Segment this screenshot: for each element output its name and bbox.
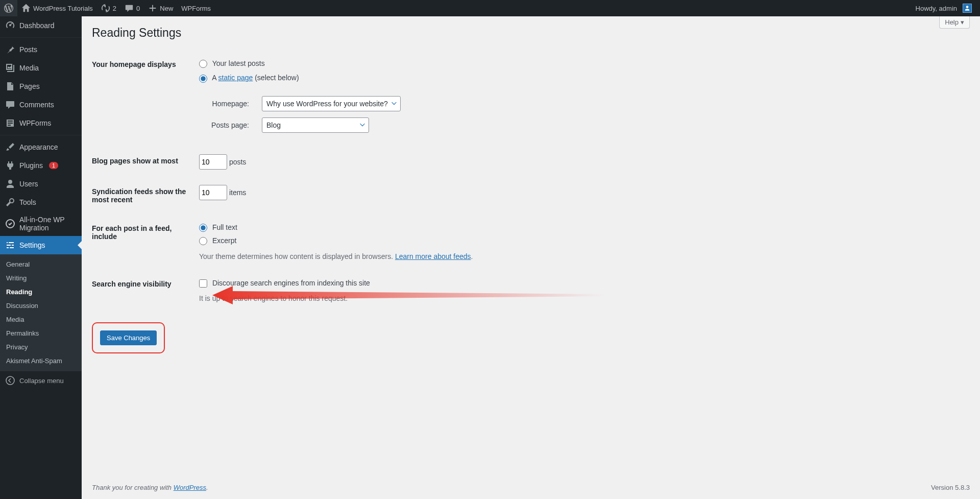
submenu-akismet[interactable]: Akismet Anti-Spam [0,354,82,368]
new-label: New [160,5,173,12]
syndication-input[interactable] [199,185,227,200]
nav-label: Dashboard [19,21,55,30]
opt-latest-label: Your latest posts [212,59,265,67]
wpforms-label: WPForms [181,5,211,12]
nav-pages[interactable]: Pages [0,77,82,96]
nav-tools[interactable]: Tools [0,193,82,211]
static-page-link[interactable]: static page [218,74,253,82]
page-icon [5,81,15,91]
help-label: Help [945,18,959,26]
collapse-icon [5,375,15,386]
nav-posts[interactable]: Posts [0,40,82,59]
wordpress-icon [4,4,13,13]
wrench-icon [5,197,15,207]
plus-icon [148,4,157,13]
radio-feed-full[interactable] [199,224,207,232]
wpforms-link[interactable]: WPForms [177,0,215,16]
postspage-select[interactable]: Blog [262,117,369,133]
homepage-select-label: Homepage: [208,98,254,109]
submenu-writing[interactable]: Writing [0,271,82,285]
updates-link[interactable]: 2 [97,0,120,16]
radio-static-page[interactable] [199,75,207,83]
blogpages-input[interactable] [199,154,227,170]
nav-migration[interactable]: All-in-One WP Migration [0,211,82,236]
nav-label: Pages [19,82,40,90]
search-checkbox[interactable] [199,279,207,288]
nav-media[interactable]: Media [0,59,82,77]
nav-label: Users [19,180,38,188]
nav-users[interactable]: Users [0,175,82,193]
nav-dashboard[interactable]: Dashboard [0,16,82,35]
submenu-reading[interactable]: Reading [0,285,82,299]
submenu-media[interactable]: Media [0,313,82,326]
page-title: Reading Settings [92,21,970,50]
feed-excerpt-option[interactable]: Excerpt [199,236,236,245]
wp-logo[interactable] [0,0,17,16]
radio-feed-excerpt[interactable] [199,237,207,245]
comment-icon [125,4,134,13]
feed-label: For each post in a feed, include [92,214,194,270]
nav-label: Posts [19,45,37,54]
users-icon [5,179,15,189]
feed-excerpt-label: Excerpt [212,236,236,245]
nav-label: All-in-One WP Migration [19,216,77,232]
nav-appearance[interactable]: Appearance [0,138,82,156]
nav-settings[interactable]: Settings [0,236,82,254]
site-title-label: WordPress Tutorials [33,5,93,12]
site-link[interactable]: WordPress Tutorials [17,0,97,16]
nav-plugins[interactable]: Plugins 1 [0,156,82,175]
version-label: Version 5.8.3 [931,484,970,491]
submenu-general[interactable]: General [0,257,82,271]
opt-latest-posts[interactable]: Your latest posts [199,59,265,67]
nav-label: Appearance [19,143,58,151]
radio-latest-posts[interactable] [199,60,207,68]
home-icon [21,4,31,13]
collapse-label: Collapse menu [19,377,64,385]
search-desc: It is up to search engines to honor this… [199,293,965,304]
search-checkbox-label: Discourage search engines from indexing … [212,279,370,287]
feed-desc-prefix: Your theme determines how content is dis… [199,252,395,260]
dashboard-icon [5,20,15,31]
update-badge: 1 [49,162,58,169]
help-tab[interactable]: Help ▾ [939,16,970,29]
form-icon [5,118,15,128]
nav-label: WPForms [19,119,51,127]
syndication-suffix: items [229,188,246,197]
save-highlight: Save Changes [92,322,165,353]
pin-icon [5,44,15,55]
submenu-privacy[interactable]: Privacy [0,340,82,354]
feed-learn-link[interactable]: Learn more about feeds [395,252,471,260]
opt-static-prefix: A [212,74,218,82]
admin-topbar: WordPress Tutorials 2 0 New WPForms Howd… [0,0,980,16]
updates-count: 2 [113,5,116,12]
nav-label: Comments [19,101,54,109]
collapse-menu[interactable]: Collapse menu [0,371,82,390]
avatar [963,4,972,13]
submenu-discussion[interactable]: Discussion [0,299,82,313]
plugin-icon [5,160,15,171]
account-link[interactable]: Howdy, admin [912,0,976,16]
feed-full-label: Full text [212,223,237,231]
feed-full-option[interactable]: Full text [199,223,237,231]
blogpages-suffix: posts [229,158,246,166]
admin-sidebar: Dashboard Posts Media Pages Comments WPF… [0,16,82,499]
submenu-permalinks[interactable]: Permalinks [0,326,82,340]
dropdown-icon: ▾ [961,18,964,26]
opt-static-page[interactable]: A static page (select below) [199,74,299,82]
nav-label: Plugins [19,161,43,170]
nav-label: Media [19,64,39,72]
opt-static-suffix: (select below) [253,74,299,82]
comment-icon [5,100,15,110]
footer-wp-link[interactable]: WordPress [174,484,206,491]
postspage-select-label: Posts page: [208,120,254,131]
save-button[interactable]: Save Changes [100,330,157,345]
person-icon [964,5,970,11]
nav-comments[interactable]: Comments [0,96,82,114]
nav-wpforms[interactable]: WPForms [0,114,82,132]
search-checkbox-option[interactable]: Discourage search engines from indexing … [199,279,370,287]
homepage-select[interactable]: Why use WordPress for your website? [262,96,401,111]
new-link[interactable]: New [144,0,177,16]
migrate-icon [5,219,15,229]
homepage-label: Your homepage displays [92,50,194,147]
comments-link[interactable]: 0 [120,0,144,16]
